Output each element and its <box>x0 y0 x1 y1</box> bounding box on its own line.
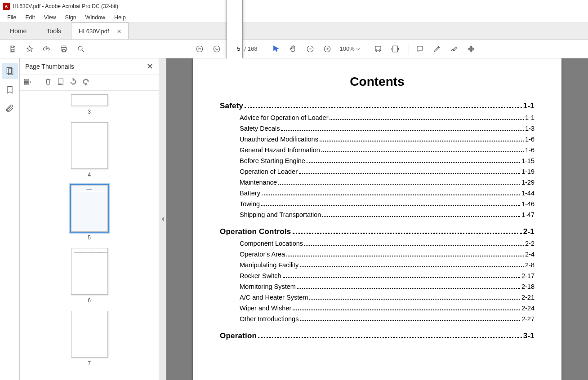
rotate-ccw-icon[interactable] <box>69 78 77 88</box>
page-total: / 168 <box>245 45 258 52</box>
document-tab[interactable]: HL630V.pdf × <box>71 22 129 39</box>
panel-collapse-icon[interactable] <box>159 58 166 380</box>
main-toolbar: / 168 100% <box>0 40 588 58</box>
toolbar-separator <box>265 44 265 54</box>
new-page-icon[interactable] <box>57 78 65 88</box>
toc-entry: Component Locations2-2 <box>220 240 535 247</box>
thumbnail-page[interactable]: 7 <box>20 311 159 367</box>
cloud-upload-icon[interactable] <box>40 42 54 56</box>
document-tabs: Home Tools HL630V.pdf × <box>0 22 588 40</box>
toc-entry: Shipping and Transportation1-47 <box>220 211 535 218</box>
tab-close-icon[interactable]: × <box>117 27 121 35</box>
comment-icon[interactable] <box>413 42 427 56</box>
svg-rect-13 <box>24 81 28 82</box>
bookmark-icon[interactable] <box>2 82 18 98</box>
menu-bar: File Edit View Sign Window Help <box>0 13 588 22</box>
highlight-icon[interactable] <box>430 42 444 56</box>
attachment-icon[interactable] <box>2 101 18 117</box>
left-rail <box>0 58 20 380</box>
toc-entry: Maintenance1-29 <box>220 179 535 186</box>
zoom-out-icon[interactable] <box>303 42 317 56</box>
toolbar-separator <box>409 44 409 54</box>
toc-entry: Rocker Switch2-17 <box>220 272 535 279</box>
menu-sign[interactable]: Sign <box>61 13 81 22</box>
thumbnail-page[interactable]: 3 <box>20 94 159 115</box>
menu-help[interactable]: Help <box>110 13 130 22</box>
svg-rect-0 <box>11 49 14 51</box>
toc-entry: Unauthorized Modifications1-6 <box>220 136 535 143</box>
toc-entry: A/C and Heater System2-21 <box>220 294 535 301</box>
pdf-page: Contents Safety1-1Advice for Operation o… <box>193 58 561 380</box>
star-icon[interactable] <box>22 42 37 56</box>
toc-section: Safety1-1 <box>220 102 535 110</box>
zoom-in-icon[interactable] <box>320 42 334 56</box>
options-icon[interactable] <box>23 78 31 88</box>
fit-width-icon[interactable] <box>371 42 385 56</box>
menu-view[interactable]: View <box>40 13 61 22</box>
page-up-icon[interactable] <box>192 42 207 56</box>
more-tools-icon[interactable] <box>464 42 478 56</box>
find-icon[interactable] <box>74 42 88 56</box>
zoom-level[interactable]: 100% <box>337 44 364 53</box>
menu-edit[interactable]: Edit <box>21 13 40 22</box>
rotate-cw-icon[interactable] <box>82 78 90 88</box>
thumbnails-list[interactable]: 3 ▬▬▬▬▬▬▬▬▬▬▬▬▬▬▬▬▬▬▬▬▬▬▬▬▬▬▬▬▬▬▬▬▬▬▬▬▬▬… <box>20 91 159 380</box>
toc-entry: Other Introductiongs2-27 <box>220 315 535 323</box>
svg-point-4 <box>196 46 203 52</box>
toc-section: Operation3-1 <box>220 331 535 340</box>
thumbnail-page[interactable]: ▬▬▬▬▬▬▬▬▬▬▬▬▬▬▬▬▬▬▬▬▬▬▬▬▬▬▬▬▬▬▬▬▬▬▬▬▬▬▬▬… <box>20 248 159 304</box>
toc-entry: General Hazard Information1-6 <box>220 146 535 154</box>
fit-page-icon[interactable] <box>388 42 402 56</box>
toc-entry: Before Starting Engine1-15 <box>220 157 535 164</box>
svg-point-3 <box>78 46 82 50</box>
page-heading: Contents <box>220 75 535 89</box>
document-tab-label: HL630V.pdf <box>79 28 109 35</box>
toc-entry: Mornitoring System2-18 <box>220 283 535 290</box>
toolbar-separator <box>367 44 367 54</box>
toc-entry: Battery1-44 <box>220 190 535 197</box>
close-panel-icon[interactable]: ✕ <box>147 62 153 71</box>
thumbnail-page-selected[interactable]: Contents▬▬▬▬▬▬▬▬▬▬▬▬▬▬▬▬▬▬▬▬▬▬▬▬▬▬▬▬▬▬▬▬… <box>20 185 159 241</box>
toc-entry: Operation of Loader1-19 <box>220 168 535 175</box>
toc-entry: Safety Decals1-3 <box>220 125 535 132</box>
thumbnails-icon[interactable] <box>2 63 18 79</box>
thumbnails-panel: Page Thumbnails ✕ 3 ▬▬▬▬▬▬▬▬▬▬▬▬▬▬▬▬▬▬▬▬… <box>20 58 159 380</box>
menu-file[interactable]: File <box>3 13 21 22</box>
thumbnail-page[interactable]: ▬▬▬▬▬▬▬▬▬▬▬▬▬▬▬▬▬▬▬▬▬▬▬▬▬▬▬▬▬▬▬▬▬▬▬▬▬▬▬▬… <box>20 122 159 178</box>
nav-home[interactable]: Home <box>0 22 36 39</box>
pdf-app-icon: A <box>3 3 10 10</box>
sign-icon[interactable] <box>447 42 461 56</box>
svg-rect-2 <box>62 49 65 52</box>
select-tool-icon[interactable] <box>269 42 283 56</box>
workspace: Page Thumbnails ✕ 3 ▬▬▬▬▬▬▬▬▬▬▬▬▬▬▬▬▬▬▬▬… <box>0 58 588 380</box>
nav-tools[interactable]: Tools <box>36 22 71 39</box>
window-title: HL630V.pdf - Adobe Acrobat Pro DC (32-bi… <box>13 3 118 9</box>
page-down-icon[interactable] <box>209 42 224 56</box>
hand-tool-icon[interactable] <box>286 42 300 56</box>
print-icon[interactable] <box>57 42 71 56</box>
svg-rect-8 <box>375 46 381 50</box>
document-view[interactable]: Contents Safety1-1Advice for Operation o… <box>166 58 588 380</box>
toc-entry: Wiper and Wisher2-24 <box>220 305 535 312</box>
toc-entry: Advice for Operation of Loader1-1 <box>220 114 535 121</box>
svg-rect-14 <box>24 84 28 84</box>
svg-point-5 <box>214 46 220 52</box>
toc-section: Operation Controls 2-1 <box>220 227 535 236</box>
menu-window[interactable]: Window <box>81 13 110 22</box>
thumbnails-toolbar <box>20 75 159 91</box>
delete-icon[interactable] <box>44 78 52 88</box>
window-titlebar: A HL630V.pdf - Adobe Acrobat Pro DC (32-… <box>0 0 588 13</box>
svg-rect-9 <box>393 46 398 52</box>
toc-entry: Operator's Area2-4 <box>220 251 535 258</box>
thumbnails-title: Page Thumbnails <box>25 63 74 70</box>
toc-entry: Manipulating Facility2-8 <box>220 261 535 269</box>
svg-rect-12 <box>24 80 28 80</box>
save-icon[interactable] <box>5 42 20 56</box>
toc-entry: Towing1-46 <box>220 200 535 208</box>
